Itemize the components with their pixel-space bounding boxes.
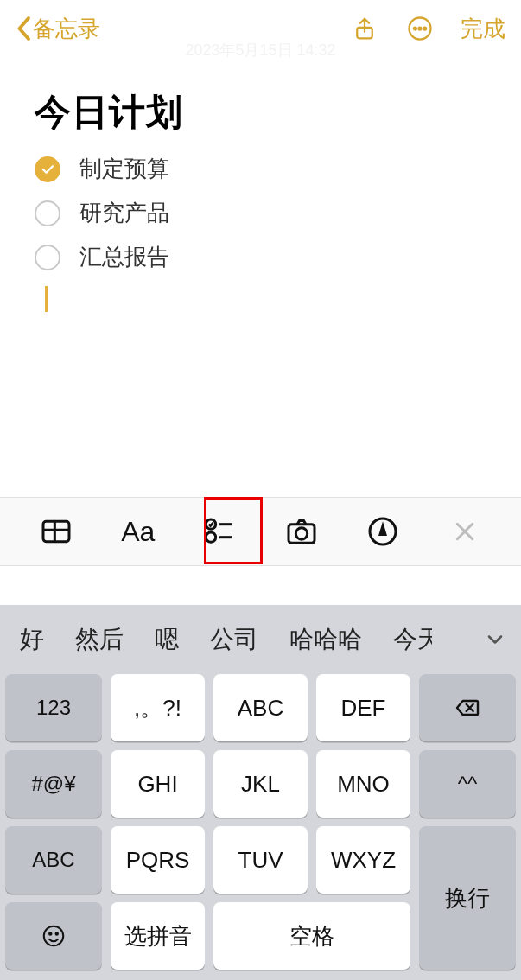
- expand-candidates-button[interactable]: [476, 620, 514, 659]
- key-tuv[interactable]: TUV: [213, 826, 308, 894]
- key-delete[interactable]: [419, 674, 516, 741]
- note-body[interactable]: 今日计划 制定预算 研究产品 汇总报告: [0, 57, 521, 312]
- checklist-icon: [202, 514, 237, 549]
- svg-point-12: [49, 932, 52, 935]
- ellipsis-circle-icon: [407, 16, 433, 41]
- checkbox-checked[interactable]: [35, 156, 60, 182]
- checkbox-empty[interactable]: [35, 245, 60, 270]
- svg-point-2: [414, 28, 416, 30]
- table-button[interactable]: [35, 510, 78, 553]
- format-toolbar: Aa: [0, 497, 521, 566]
- check-icon: [40, 162, 55, 177]
- checklist-item-text[interactable]: 汇总报告: [79, 242, 169, 272]
- markup-button[interactable]: [361, 510, 404, 553]
- svg-rect-5: [43, 521, 69, 541]
- svg-point-7: [206, 532, 216, 542]
- note-title[interactable]: 今日计划: [35, 88, 486, 137]
- candidate[interactable]: 然后: [62, 623, 137, 656]
- back-label: 备忘录: [33, 14, 100, 44]
- chevron-down-icon: [483, 627, 507, 652]
- key-punct[interactable]: ,。?!: [111, 674, 205, 741]
- markup-icon: [365, 514, 400, 549]
- key-pinyin[interactable]: 选拼音: [111, 902, 205, 970]
- share-button[interactable]: [350, 14, 379, 43]
- svg-point-3: [419, 28, 422, 30]
- svg-point-13: [56, 932, 59, 935]
- table-icon: [39, 514, 73, 549]
- key-abc[interactable]: ABC: [213, 674, 308, 741]
- emoji-icon: [41, 923, 67, 949]
- close-icon: [452, 519, 478, 544]
- key-mno[interactable]: MNO: [316, 750, 410, 818]
- checkbox-empty[interactable]: [35, 200, 60, 226]
- svg-point-11: [44, 926, 64, 946]
- checklist-item[interactable]: 研究产品: [35, 198, 486, 228]
- candidate-bar: 好 然后 嗯 公司 哈哈哈 今天: [0, 605, 521, 674]
- key-enter[interactable]: 换行: [419, 826, 516, 970]
- key-def[interactable]: DEF: [316, 674, 410, 741]
- camera-icon: [284, 514, 319, 549]
- checklist-item-text[interactable]: 制定预算: [79, 154, 169, 184]
- done-button[interactable]: 完成: [461, 14, 505, 44]
- checklist-item[interactable]: 制定预算: [35, 154, 486, 184]
- key-space[interactable]: 空格: [213, 902, 410, 970]
- keyboard: 好 然后 嗯 公司 哈哈哈 今天 123 ,。?! ABC DEF #@¥ GH…: [0, 605, 521, 980]
- candidate[interactable]: 今天: [380, 623, 432, 656]
- key-wxyz[interactable]: WXYZ: [316, 826, 410, 894]
- svg-point-9: [295, 528, 307, 539]
- key-pqrs[interactable]: PQRS: [111, 826, 205, 894]
- aa-label: Aa: [121, 516, 155, 548]
- key-symbols[interactable]: #@¥: [5, 750, 102, 818]
- key-emoji[interactable]: [5, 902, 102, 970]
- chevron-left-icon: [16, 16, 31, 41]
- candidate[interactable]: 嗯: [142, 623, 192, 656]
- back-button[interactable]: 备忘录: [16, 14, 100, 44]
- key-caret[interactable]: ^^: [419, 750, 516, 818]
- key-123[interactable]: 123: [5, 674, 102, 741]
- dismiss-keyboard-button[interactable]: [443, 510, 486, 553]
- key-abc-mode[interactable]: ABC: [5, 826, 102, 894]
- more-button[interactable]: [405, 14, 435, 43]
- checklist-item[interactable]: 汇总报告: [35, 242, 486, 272]
- camera-button[interactable]: [280, 510, 323, 553]
- svg-point-4: [423, 28, 426, 30]
- candidate[interactable]: 好: [7, 623, 57, 656]
- key-jkl[interactable]: JKL: [213, 750, 308, 818]
- key-ghi[interactable]: GHI: [111, 750, 205, 818]
- text-format-button[interactable]: Aa: [117, 510, 160, 553]
- text-cursor: [45, 286, 48, 312]
- delete-icon: [454, 694, 481, 722]
- candidate[interactable]: 哈哈哈: [276, 623, 375, 656]
- share-icon: [352, 16, 378, 41]
- checklist-button[interactable]: [198, 510, 241, 553]
- candidate[interactable]: 公司: [197, 623, 271, 656]
- checklist-item-text[interactable]: 研究产品: [79, 198, 169, 228]
